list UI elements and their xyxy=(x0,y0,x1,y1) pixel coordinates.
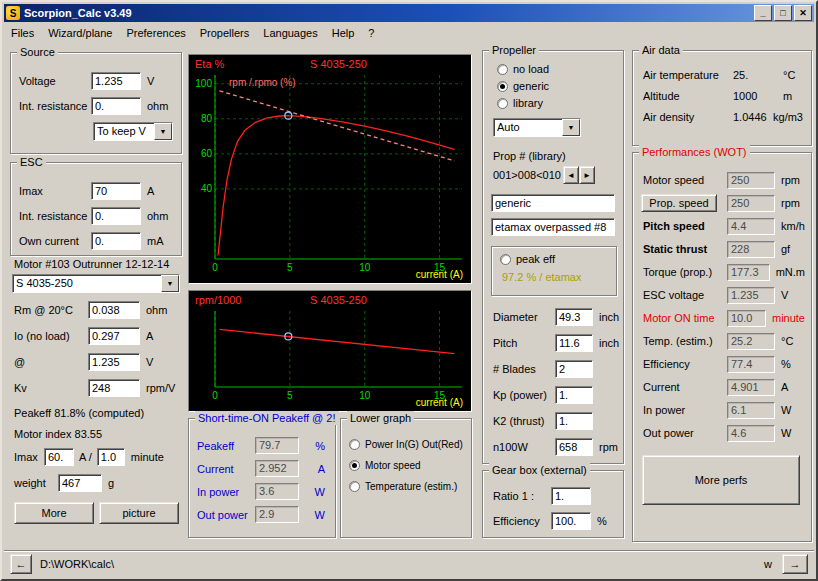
air-temperature-label: Air temperature xyxy=(643,69,733,81)
source-int-resistance-unit: ohm xyxy=(147,100,168,112)
gearbox-group: Gear box (external) Ratio 1 : Efficiency… xyxy=(482,470,624,538)
motor-imax-input[interactable] xyxy=(44,448,74,466)
at-voltage-input[interactable] xyxy=(88,353,140,371)
radio-temperature[interactable]: Temperature (estim.) xyxy=(349,481,471,492)
radio-no-load[interactable]: no load xyxy=(497,63,623,75)
menubar: Files Wizard/plane Preferences Propeller… xyxy=(4,23,814,43)
prop-name-input[interactable] xyxy=(491,194,615,212)
prop-prev-button[interactable]: ◄ xyxy=(563,166,579,184)
gear-efficiency-input[interactable] xyxy=(551,512,591,530)
kp-power-input[interactable] xyxy=(555,386,593,404)
perf-temp-value: 25.2 xyxy=(727,333,775,350)
maximize-button[interactable]: □ xyxy=(774,5,792,21)
radio-icon xyxy=(497,64,508,75)
esc-int-resistance-input[interactable] xyxy=(91,207,141,225)
kv-input[interactable] xyxy=(88,379,140,397)
weight-input[interactable] xyxy=(58,474,102,492)
esc-own-current-input[interactable] xyxy=(91,232,141,250)
close-button[interactable]: ✕ xyxy=(794,5,812,21)
menu-propellers[interactable]: Propellers xyxy=(193,24,257,42)
source-int-resistance-input[interactable] xyxy=(91,97,141,115)
io-unit: A xyxy=(146,330,153,342)
menu-languages[interactable]: Languages xyxy=(256,24,324,42)
perf-motor-on-time-unit: minute xyxy=(772,312,805,324)
perf-efficiency-unit: % xyxy=(781,358,791,370)
air-temperature-value: 25. xyxy=(733,69,777,81)
prop-speed-button[interactable]: Prop. speed xyxy=(641,194,717,212)
picture-button[interactable]: picture xyxy=(99,502,179,524)
perf-out-power-unit: W xyxy=(781,427,791,439)
to-keep-dropdown[interactable]: To keep V ▼ xyxy=(93,122,173,141)
prop-status-input[interactable] xyxy=(491,218,615,236)
svg-text:S 4035-250: S 4035-250 xyxy=(310,294,367,306)
menu-preferences[interactable]: Preferences xyxy=(119,24,192,42)
svg-text:S 4035-250: S 4035-250 xyxy=(310,58,367,70)
titlebar: S Scorpion_Calc v3.49 _ □ ✕ xyxy=(4,4,814,22)
kv-unit: rpm/V xyxy=(146,382,175,394)
radio-library[interactable]: library xyxy=(497,97,623,109)
perf-temp-label: Temp. (estim.) xyxy=(643,335,727,347)
radio-power-in-out[interactable]: Power In(G) Out(Red) xyxy=(349,439,471,450)
prop-next-button[interactable]: ► xyxy=(579,166,595,184)
chevron-down-icon[interactable]: ▼ xyxy=(562,119,580,136)
air-data-group-title: Air data xyxy=(639,43,683,57)
io-input[interactable] xyxy=(88,327,140,345)
minimize-button[interactable]: _ xyxy=(754,5,772,21)
perf-motor-on-time-value: 10.0 xyxy=(727,310,766,327)
rm-input[interactable] xyxy=(88,301,140,319)
air-temperature-unit: °C xyxy=(783,69,795,81)
radio-generic[interactable]: generic xyxy=(497,80,623,92)
air-density-unit: kg/m3 xyxy=(773,111,803,123)
menu-question[interactable]: ? xyxy=(361,24,381,42)
status-back-button[interactable]: ← xyxy=(10,554,32,574)
perf-current-label: Current xyxy=(643,381,727,393)
k2-thrust-input[interactable] xyxy=(555,412,593,430)
prop-mode-dropdown[interactable]: Auto ▼ xyxy=(493,118,581,137)
st-current-label: Current xyxy=(197,463,255,475)
lower-graph-group: Lower graph Power In(G) Out(Red) Motor s… xyxy=(340,418,472,538)
performances-group: Performances (WOT) Motor speed 250 rpm P… xyxy=(632,152,812,542)
air-density-label: Air density xyxy=(643,111,733,123)
gear-efficiency-unit: % xyxy=(597,515,607,527)
more-perfs-button[interactable]: More perfs xyxy=(642,455,800,505)
perf-esc-voltage-value: 1.235 xyxy=(727,287,775,304)
window-title: Scorpion_Calc v3.49 xyxy=(24,7,752,19)
esc-imax-input[interactable] xyxy=(91,182,141,200)
radio-motor-speed[interactable]: Motor speed xyxy=(349,460,471,471)
radio-icon xyxy=(497,81,508,92)
at-voltage-unit: V xyxy=(146,356,153,368)
motor-header: Motor #103 Outrunner 12-12-14 xyxy=(14,258,182,270)
air-density-value: 1.0446 xyxy=(733,111,767,123)
menu-wizard-plane[interactable]: Wizard/plane xyxy=(41,24,119,42)
air-data-group: Air data Air temperature 25. °C Altitude… xyxy=(632,50,812,146)
radio-peak-eff[interactable]: peak eff xyxy=(500,253,616,265)
motor-index-text: Motor index 83.55 xyxy=(14,428,182,440)
more-button[interactable]: More xyxy=(14,502,94,524)
menu-help[interactable]: Help xyxy=(325,24,362,42)
altitude-unit: m xyxy=(783,90,792,102)
voltage-input[interactable] xyxy=(91,72,141,90)
rpm-chart: 051015S 4035-250rpm/1000current (A) xyxy=(188,290,472,412)
status-forward-button[interactable]: → xyxy=(782,554,808,574)
chevron-down-icon[interactable]: ▼ xyxy=(154,123,172,140)
menu-files[interactable]: Files xyxy=(4,24,41,42)
esc-own-current-unit: mA xyxy=(147,235,164,247)
diameter-input[interactable] xyxy=(555,308,593,326)
motor-imax-mid-label: A / xyxy=(79,451,92,463)
blades-input[interactable] xyxy=(555,360,593,378)
svg-text:100: 100 xyxy=(195,78,212,89)
motor-model-dropdown[interactable]: S 4035-250 ▼ xyxy=(12,274,180,293)
perf-pitch-speed-unit: km/h xyxy=(781,220,805,232)
pitch-input[interactable] xyxy=(555,334,593,352)
app-window: S Scorpion_Calc v3.49 _ □ ✕ Files Wizard… xyxy=(0,0,818,581)
perf-out-power-value: 4.6 xyxy=(727,425,775,442)
n100w-input[interactable] xyxy=(555,438,593,456)
rm-unit: ohm xyxy=(146,304,167,316)
perf-efficiency-label: Efficiency xyxy=(643,358,727,370)
svg-text:60: 60 xyxy=(201,148,213,159)
motor-imax-minutes-input[interactable] xyxy=(97,448,125,466)
chevron-down-icon[interactable]: ▼ xyxy=(161,275,179,292)
n100w-label: n100W xyxy=(493,441,555,453)
pitch-unit: inch xyxy=(599,337,619,349)
ratio-input[interactable] xyxy=(551,487,591,505)
